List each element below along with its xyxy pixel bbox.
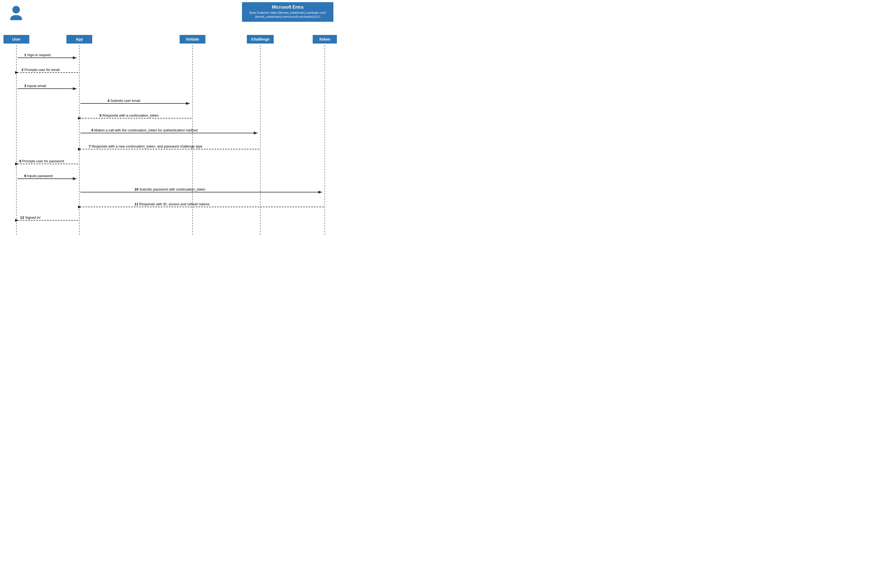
user-icon xyxy=(8,5,24,20)
step-5-label: 5 Responds with a continuation_token xyxy=(99,113,159,117)
entra-title: Microsoft Entra xyxy=(247,5,328,10)
step-4-label: 4 Submits user email xyxy=(108,99,140,103)
actor-app: App xyxy=(66,35,92,44)
step-2-label: 2 Prompts user for email xyxy=(21,68,60,72)
step-1-label: 1 Sign-in request xyxy=(24,53,51,57)
entra-box: Microsoft Entra Base Endpoint: https://{… xyxy=(242,2,334,22)
step-7-label: 7 Responds with a new continuation_token… xyxy=(89,144,203,148)
actor-user: User xyxy=(3,35,29,44)
svg-point-1 xyxy=(10,15,22,20)
step-8-label: 8 Prompts user for password xyxy=(20,159,64,163)
step-6-label: 6 Makes a call with the continuation_tok… xyxy=(92,128,198,132)
svg-point-0 xyxy=(12,6,20,14)
step-10-label: 10 Submits password with continuation_to… xyxy=(134,187,206,191)
actor-initiate: /initiate xyxy=(180,35,206,44)
entra-subtitle: Base Endpoint: https://{tenant_subdomain… xyxy=(247,11,328,19)
arrows-svg xyxy=(0,0,350,236)
step-3-label: 3 Inputs email xyxy=(24,84,46,88)
step-9-label: 9 Inputs password xyxy=(24,174,53,178)
actor-token: /token xyxy=(313,35,337,44)
step-11-label: 11 Responds with ID, access and refresh … xyxy=(134,202,209,206)
actor-challenge: /challenge xyxy=(247,35,274,44)
sequence-diagram: Microsoft Entra Base Endpoint: https://{… xyxy=(0,0,350,236)
step-12-label: 12 Signed in! xyxy=(20,216,41,219)
